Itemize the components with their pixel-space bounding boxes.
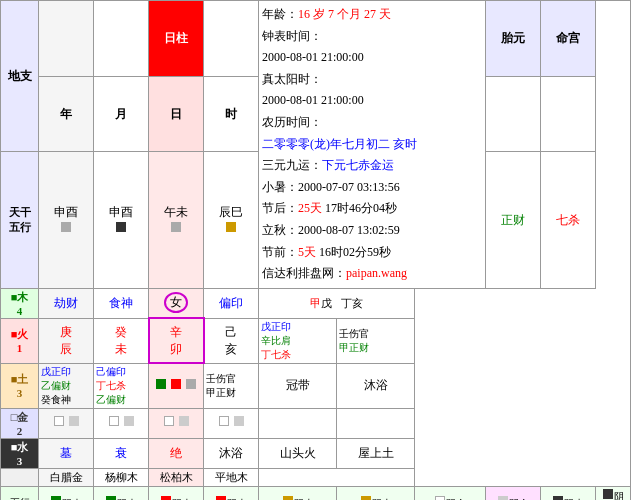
time-state: 沐浴: [204, 438, 259, 468]
liqiu-value: 2000-08-07 13:02:59: [298, 223, 400, 237]
month-label: 月: [94, 76, 149, 152]
nongli-value: 二零零零(龙)年七月初二 亥时: [262, 137, 417, 151]
main-table: 地支 日柱 年龄：16 岁 7 个月 27 天 钟表时间： 2000-08-01…: [0, 0, 631, 500]
right-muyu: 沐浴: [337, 363, 415, 408]
year-state-text: 墓: [60, 446, 72, 460]
bottom-y8: 阴金 辛比肩: [485, 486, 540, 500]
nongli-label: 农历时间：: [262, 115, 322, 129]
year-sub3: 癸食神: [41, 394, 71, 405]
time-sub1: 壬伤官甲正财: [206, 372, 256, 400]
b-sq-g2: [106, 496, 116, 500]
day-sub-sq2: [171, 379, 181, 389]
time-tg-sq: [226, 222, 236, 232]
zhentai-value: 2000-08-01 21:00:00: [262, 93, 364, 107]
bottom-y2: 阳木 乙偏财: [94, 486, 149, 500]
year-tg-sq: [61, 222, 71, 232]
year-jiecai: 劫财: [54, 296, 78, 310]
bottom-y7: 阳金 庚劫财: [415, 486, 486, 500]
month-jin-sq1: [109, 416, 119, 426]
right-top1: [485, 76, 540, 152]
b-sq-g1: [51, 496, 61, 500]
day-diyuan: 松柏木: [149, 468, 204, 486]
zhongbiao-label: 钟表时间：: [262, 29, 322, 43]
year-jin-sq: [39, 408, 94, 438]
jiawu-value: 甲: [310, 297, 321, 309]
b-sq-b1: [553, 496, 563, 500]
b-sq-lg: [498, 496, 508, 500]
bottom-y6: 阳土 己偏印: [337, 486, 415, 500]
xindan-label: 信达利排盘网：: [262, 266, 346, 280]
right-shantou: 山头火: [259, 438, 337, 468]
time-pianyin-text: 偏印: [219, 296, 243, 310]
jiehou-label: 节后：: [262, 201, 298, 215]
bottom-y4: 阳火 丁七杀: [204, 486, 259, 500]
muyu-label: 沐浴: [364, 378, 388, 392]
time-state-text: 沐浴: [219, 446, 243, 460]
tiangan-wuxing-label: 天干五行: [1, 152, 39, 288]
month-shishen: 食神: [94, 288, 149, 318]
time-label: 时: [204, 76, 259, 152]
month-sub2: 丁七杀: [96, 380, 126, 391]
b-sq-r2: [216, 496, 226, 500]
day-state: 绝: [149, 438, 204, 468]
jieqian-label: 节前：: [262, 245, 298, 259]
year-diyuan: 白腊金: [39, 468, 94, 486]
wu-value: 戊: [321, 297, 332, 309]
day-tg-sq: [171, 222, 181, 232]
bottom-wuxing-label: 五行十神: [1, 486, 39, 500]
time-jin-sq2: [234, 416, 244, 426]
b-sq-y1: [283, 496, 293, 500]
mu-label: ■木4: [1, 288, 39, 318]
right-jin1: [259, 408, 337, 438]
time-diyuan: 平地木: [204, 468, 259, 486]
time-col-header: [204, 1, 259, 77]
year-stem: 庚辰: [39, 318, 94, 363]
minggong-label: 命宫: [540, 1, 595, 77]
right-jiawu-row: 甲戊 丁亥: [259, 288, 415, 318]
ding-value: 丁: [341, 297, 352, 309]
right-guandai: 冠带: [259, 363, 337, 408]
nianling-label: 年龄：: [262, 7, 298, 21]
dingwei-label: 地支: [1, 1, 39, 152]
month-tg-text: 申酉: [109, 205, 133, 219]
day-sub-sq: [156, 379, 166, 389]
time-tiangan: 辰巳: [204, 152, 259, 288]
right-zhengyin: 戊正印: [261, 321, 291, 332]
right-shangguan: 壬伤官: [339, 328, 369, 339]
year-state: 墓: [39, 438, 94, 468]
year-tiangan: 申酉: [39, 152, 94, 288]
jiehou-time: 17时46分04秒: [325, 201, 397, 215]
month-stem-text: 癸未: [115, 325, 127, 356]
day-state-text: 绝: [170, 446, 182, 460]
time-pianyin: 偏印: [204, 288, 259, 318]
day-sub: [149, 363, 204, 408]
month-diyuan: 杨柳木: [94, 468, 149, 486]
year-jin-sq1: [54, 416, 64, 426]
right-top2: [540, 76, 595, 152]
shui-label: ■水3: [1, 438, 39, 468]
b-sq-y2: [361, 496, 371, 500]
year-sub1: 戊正印: [41, 366, 71, 377]
sanyun-label: 三元九运：: [262, 158, 322, 172]
month-stem: 癸未: [94, 318, 149, 363]
xiaoshu-value: 2000-07-07 03:13:56: [298, 180, 400, 194]
zhengcai-label: 正财: [501, 213, 525, 227]
xindan-url[interactable]: paipan.wang: [346, 266, 407, 280]
diyuan-spacer: [1, 468, 39, 486]
month-state: 衰: [94, 438, 149, 468]
year-sub2: 乙偏财: [41, 380, 71, 391]
day-stem-circle: 辛卯: [149, 318, 204, 363]
bottom-y10: 阴水 癸食神: [595, 486, 630, 500]
shantou-label: 山头火: [280, 446, 316, 460]
time-jin-sq1: [219, 416, 229, 426]
year-label: 年: [39, 76, 94, 152]
year-col-header: [39, 1, 94, 77]
b-sq-b2: [603, 489, 613, 499]
day-label: 日: [149, 76, 204, 152]
time-jin-sq: [204, 408, 259, 438]
nianling-value: 16 岁 7 个月 27 天: [298, 7, 391, 21]
month-jin-sq: [94, 408, 149, 438]
tu-label: ■土3: [1, 363, 39, 408]
month-tiangan: 申酉: [94, 152, 149, 288]
month-tg-sq: [116, 222, 126, 232]
